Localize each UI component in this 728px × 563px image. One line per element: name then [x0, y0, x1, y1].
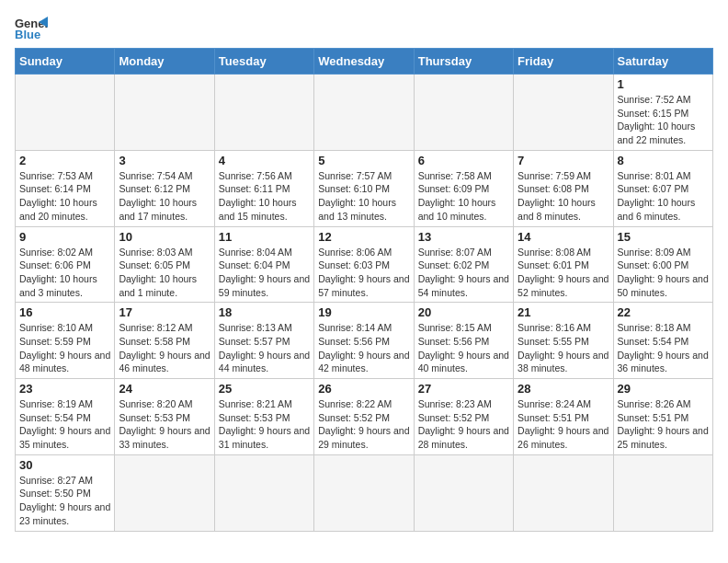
day-number: 12 [318, 230, 409, 244]
day-info: Sunrise: 7:59 AMSunset: 6:08 PMDaylight:… [518, 169, 609, 224]
header: General Blue [15, 15, 713, 40]
calendar-cell: 12Sunrise: 8:06 AMSunset: 6:03 PMDayligh… [314, 226, 414, 303]
calendar-week-row-6: 30Sunrise: 8:27 AMSunset: 5:50 PMDayligh… [16, 454, 713, 531]
day-number: 1 [618, 77, 709, 91]
calendar-cell: 7Sunrise: 7:59 AMSunset: 6:08 PMDaylight… [514, 150, 613, 226]
calendar-cell [115, 75, 214, 151]
day-info: Sunrise: 8:13 AMSunset: 5:57 PMDaylight:… [219, 321, 310, 375]
day-info: Sunrise: 8:15 AMSunset: 5:56 PMDaylight:… [418, 321, 509, 375]
calendar-cell [414, 75, 513, 151]
weekday-header-friday: Friday [514, 49, 613, 75]
day-number: 10 [119, 230, 210, 244]
calendar-cell: 20Sunrise: 8:15 AMSunset: 5:56 PMDayligh… [414, 303, 513, 379]
day-info: Sunrise: 7:53 AMSunset: 6:14 PMDaylight:… [19, 169, 110, 224]
day-number: 29 [618, 382, 709, 396]
calendar-cell: 14Sunrise: 8:08 AMSunset: 6:01 PMDayligh… [514, 226, 613, 303]
day-number: 5 [318, 154, 409, 167]
weekday-header-row: SundayMondayTuesdayWednesdayThursdayFrid… [16, 49, 713, 75]
calendar-cell [115, 454, 214, 531]
day-number: 27 [418, 382, 509, 396]
day-number: 16 [19, 305, 110, 319]
day-info: Sunrise: 8:19 AMSunset: 5:54 PMDaylight:… [19, 397, 110, 452]
day-info: Sunrise: 7:52 AMSunset: 6:15 PMDaylight:… [618, 93, 709, 147]
calendar-cell: 8Sunrise: 8:01 AMSunset: 6:07 PMDaylight… [613, 150, 712, 226]
calendar-cell [314, 454, 414, 531]
weekday-header-saturday: Saturday [613, 49, 712, 75]
day-number: 18 [219, 305, 310, 319]
day-number: 25 [219, 382, 310, 396]
calendar-cell: 9Sunrise: 8:02 AMSunset: 6:06 PMDaylight… [16, 226, 115, 303]
day-info: Sunrise: 8:26 AMSunset: 5:51 PMDaylight:… [618, 397, 709, 452]
day-number: 20 [418, 305, 509, 319]
day-info: Sunrise: 8:03 AMSunset: 6:05 PMDaylight:… [119, 246, 210, 300]
calendar-cell: 27Sunrise: 8:23 AMSunset: 5:52 PMDayligh… [414, 379, 513, 455]
calendar-cell: 6Sunrise: 7:58 AMSunset: 6:09 PMDaylight… [414, 150, 513, 226]
calendar-cell: 23Sunrise: 8:19 AMSunset: 5:54 PMDayligh… [16, 379, 115, 455]
day-number: 22 [618, 305, 709, 319]
day-info: Sunrise: 8:16 AMSunset: 5:55 PMDaylight:… [518, 321, 609, 375]
calendar-cell: 4Sunrise: 7:56 AMSunset: 6:11 PMDaylight… [214, 150, 313, 226]
logo: General Blue [15, 15, 53, 40]
calendar-cell: 13Sunrise: 8:07 AMSunset: 6:02 PMDayligh… [414, 226, 513, 303]
calendar-cell [414, 454, 513, 531]
day-number: 28 [518, 382, 609, 396]
calendar-week-row-4: 16Sunrise: 8:10 AMSunset: 5:59 PMDayligh… [16, 303, 713, 379]
calendar-week-row-2: 2Sunrise: 7:53 AMSunset: 6:14 PMDaylight… [16, 150, 713, 226]
calendar-cell: 15Sunrise: 8:09 AMSunset: 6:00 PMDayligh… [613, 226, 712, 303]
calendar-cell: 24Sunrise: 8:20 AMSunset: 5:53 PMDayligh… [115, 379, 214, 455]
day-number: 3 [119, 154, 210, 167]
day-info: Sunrise: 8:08 AMSunset: 6:01 PMDaylight:… [518, 246, 609, 300]
day-number: 13 [418, 230, 509, 244]
day-info: Sunrise: 7:56 AMSunset: 6:11 PMDaylight:… [219, 169, 310, 224]
calendar-week-row-1: 1Sunrise: 7:52 AMSunset: 6:15 PMDaylight… [16, 75, 713, 151]
calendar-cell [314, 75, 414, 151]
day-info: Sunrise: 8:23 AMSunset: 5:52 PMDaylight:… [418, 397, 509, 452]
generalblue-logo-icon: General Blue [15, 15, 48, 40]
day-info: Sunrise: 8:09 AMSunset: 6:00 PMDaylight:… [618, 246, 709, 300]
calendar-cell [214, 454, 313, 531]
calendar-cell [613, 454, 712, 531]
day-number: 8 [618, 154, 709, 167]
day-number: 21 [518, 305, 609, 319]
calendar-cell: 18Sunrise: 8:13 AMSunset: 5:57 PMDayligh… [214, 303, 313, 379]
day-info: Sunrise: 8:12 AMSunset: 5:58 PMDaylight:… [119, 321, 210, 375]
day-number: 17 [119, 305, 210, 319]
day-number: 2 [19, 154, 110, 167]
day-info: Sunrise: 7:57 AMSunset: 6:10 PMDaylight:… [318, 169, 409, 224]
calendar-cell [16, 75, 115, 151]
day-info: Sunrise: 8:22 AMSunset: 5:52 PMDaylight:… [318, 397, 409, 452]
calendar-table: SundayMondayTuesdayWednesdayThursdayFrid… [15, 48, 713, 532]
weekday-header-sunday: Sunday [16, 49, 115, 75]
calendar-cell: 21Sunrise: 8:16 AMSunset: 5:55 PMDayligh… [514, 303, 613, 379]
day-number: 9 [19, 230, 110, 244]
weekday-header-tuesday: Tuesday [214, 49, 313, 75]
calendar-cell: 19Sunrise: 8:14 AMSunset: 5:56 PMDayligh… [314, 303, 414, 379]
day-number: 14 [518, 230, 609, 244]
day-number: 23 [19, 382, 110, 396]
calendar-cell: 10Sunrise: 8:03 AMSunset: 6:05 PMDayligh… [115, 226, 214, 303]
day-info: Sunrise: 8:07 AMSunset: 6:02 PMDaylight:… [418, 246, 509, 300]
day-info: Sunrise: 8:20 AMSunset: 5:53 PMDaylight:… [119, 397, 210, 452]
day-number: 24 [119, 382, 210, 396]
day-info: Sunrise: 8:18 AMSunset: 5:54 PMDaylight:… [618, 321, 709, 375]
day-number: 4 [219, 154, 310, 167]
day-number: 11 [219, 230, 310, 244]
day-number: 6 [418, 154, 509, 167]
calendar-cell: 1Sunrise: 7:52 AMSunset: 6:15 PMDaylight… [613, 75, 712, 151]
day-info: Sunrise: 8:06 AMSunset: 6:03 PMDaylight:… [318, 246, 409, 300]
day-number: 7 [518, 154, 609, 167]
calendar-cell: 2Sunrise: 7:53 AMSunset: 6:14 PMDaylight… [16, 150, 115, 226]
day-info: Sunrise: 8:04 AMSunset: 6:04 PMDaylight:… [219, 246, 310, 300]
weekday-header-monday: Monday [115, 49, 214, 75]
calendar-cell [214, 75, 313, 151]
calendar-cell: 5Sunrise: 7:57 AMSunset: 6:10 PMDaylight… [314, 150, 414, 226]
svg-text:Blue: Blue [15, 28, 40, 40]
day-info: Sunrise: 8:27 AMSunset: 5:50 PMDaylight:… [19, 474, 110, 528]
calendar-cell: 11Sunrise: 8:04 AMSunset: 6:04 PMDayligh… [214, 226, 313, 303]
day-number: 19 [318, 305, 409, 319]
day-info: Sunrise: 8:10 AMSunset: 5:59 PMDaylight:… [19, 321, 110, 375]
calendar-cell: 28Sunrise: 8:24 AMSunset: 5:51 PMDayligh… [514, 379, 613, 455]
day-info: Sunrise: 8:14 AMSunset: 5:56 PMDaylight:… [318, 321, 409, 375]
day-number: 15 [618, 230, 709, 244]
day-info: Sunrise: 8:02 AMSunset: 6:06 PMDaylight:… [19, 246, 110, 300]
